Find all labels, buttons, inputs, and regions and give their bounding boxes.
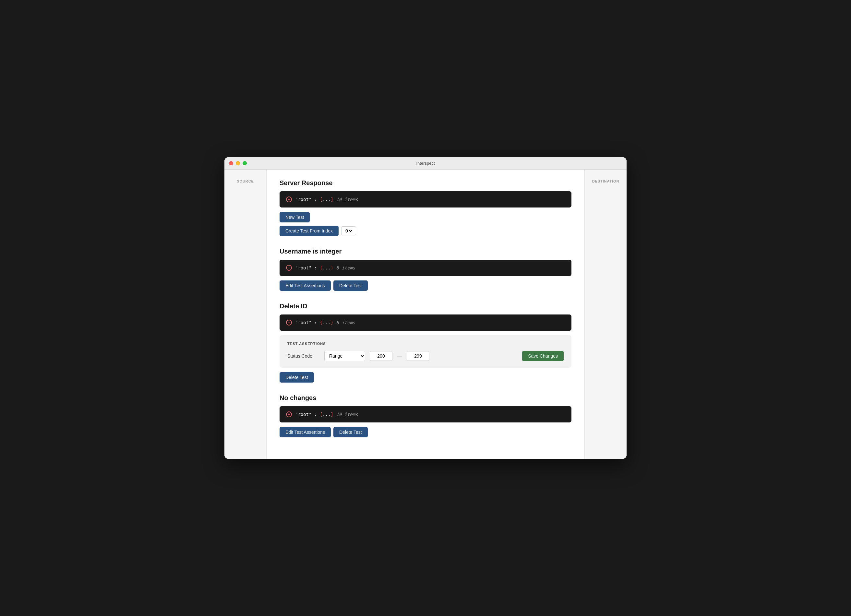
create-test-from-index-button[interactable]: Create Test From Index [280, 225, 338, 236]
code-text-delete-id: "root" : {...} 8 items [295, 320, 355, 325]
assertion-max-input[interactable] [407, 351, 429, 361]
section-title-username-is-integer: Username is integer [280, 248, 571, 255]
code-block-username-is-integer: + "root" : {...} 8 items [280, 260, 571, 276]
expand-icon-delete-id[interactable]: + [286, 320, 292, 326]
expand-icon-no-changes[interactable]: + [286, 412, 292, 417]
button-group-delete-id: Delete Test [280, 372, 571, 383]
sidebar-right-label: DESTINATION [585, 176, 627, 186]
code-text-no-changes: "root" : [...] 10 items [295, 412, 358, 417]
assertion-range-separator: — [397, 353, 402, 359]
edit-test-assertions-button-1[interactable]: Edit Test Assertions [280, 281, 331, 291]
button-group-create-test: Create Test From Index 0 1 2 [280, 225, 571, 236]
section-username-is-integer: Username is integer + "root" : {...} 8 i… [280, 248, 571, 291]
minimize-button[interactable] [236, 161, 240, 165]
button-group-username: Edit Test Assertions Delete Test [280, 281, 571, 291]
section-delete-id: Delete ID + "root" : {...} 8 items TEST … [280, 302, 571, 383]
section-title-delete-id: Delete ID [280, 302, 571, 310]
expand-icon-server-response[interactable]: + [286, 197, 292, 202]
assertion-type-select[interactable]: Range Equals Greater Than Less Than [324, 351, 365, 361]
code-text-server-response: "root" : [...] 10 items [295, 197, 358, 202]
section-no-changes: No changes + "root" : [...] 10 items Edi… [280, 394, 571, 437]
app-window: Interspect SOURCE Server Response + "roo… [224, 157, 627, 459]
code-block-no-changes: + "root" : [...] 10 items [280, 406, 571, 422]
assertion-min-input[interactable] [370, 351, 392, 361]
section-title-server-response: Server Response [280, 179, 571, 187]
titlebar: Interspect [224, 157, 627, 170]
delete-test-button-2[interactable]: Delete Test [280, 372, 314, 383]
code-block-server-response: + "root" : [...] 10 items [280, 191, 571, 207]
sidebar-left-label: SOURCE [224, 176, 266, 186]
test-assertions-title: TEST ASSERTIONS [287, 342, 564, 346]
maximize-button[interactable] [243, 161, 247, 165]
edit-test-assertions-button-2[interactable]: Edit Test Assertions [280, 427, 331, 437]
test-assertions-panel: TEST ASSERTIONS Status Code Range Equals… [280, 335, 571, 368]
index-spinner[interactable]: 0 1 2 [341, 226, 356, 235]
expand-icon-username[interactable]: + [286, 265, 292, 271]
window-body: SOURCE Server Response + "root" : [...] … [224, 170, 627, 459]
section-server-response: Server Response + "root" : [...] 10 item… [280, 179, 571, 236]
close-button[interactable] [229, 161, 233, 165]
section-title-no-changes: No changes [280, 394, 571, 402]
new-test-button[interactable]: New Test [280, 212, 310, 222]
delete-test-button-1[interactable]: Delete Test [334, 281, 368, 291]
button-group-server-response: New Test [280, 212, 571, 222]
index-select[interactable]: 0 1 2 [344, 228, 353, 234]
window-title: Interspect [416, 161, 435, 166]
code-block-delete-id: + "root" : {...} 8 items [280, 314, 571, 331]
assertion-row-status-code: Status Code Range Equals Greater Than Le… [287, 351, 564, 361]
sidebar-left: SOURCE [224, 170, 266, 459]
delete-test-button-3[interactable]: Delete Test [334, 427, 368, 437]
code-text-username: "root" : {...} 8 items [295, 265, 355, 270]
assertion-label-status-code: Status Code [287, 353, 320, 359]
button-group-no-changes: Edit Test Assertions Delete Test [280, 427, 571, 437]
sidebar-right: DESTINATION [585, 170, 627, 459]
main-content: Server Response + "root" : [...] 10 item… [266, 170, 585, 459]
save-changes-button[interactable]: Save Changes [522, 351, 564, 361]
traffic-lights [229, 161, 247, 165]
